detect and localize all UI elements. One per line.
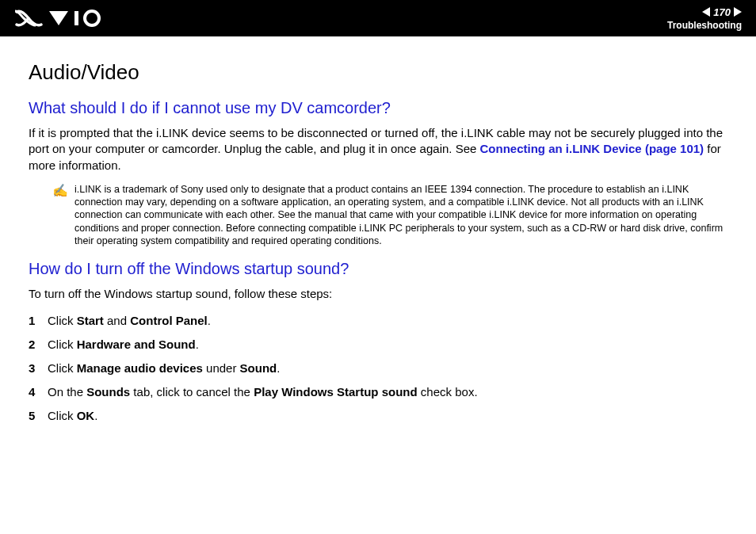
step-item: Click OK. <box>29 406 727 425</box>
steps-list: Click Start and Control Panel.Click Hard… <box>29 311 727 425</box>
question-heading-2: How do I turn off the Windows startup so… <box>29 260 727 278</box>
step-text: Click Manage audio devices under Sound. <box>48 359 280 378</box>
step-text: On the Sounds tab, click to cancel the P… <box>48 383 478 402</box>
step-item: Click Start and Control Panel. <box>29 311 727 330</box>
header-right: 170 Troubleshooting <box>667 6 742 31</box>
prev-page-icon[interactable] <box>702 7 710 17</box>
section-label: Troubleshooting <box>667 20 742 31</box>
answer-intro: To turn off the Windows startup sound, f… <box>29 286 727 302</box>
step-item: Click Hardware and Sound. <box>29 335 727 354</box>
note-text: i.LINK is a trademark of Sony used only … <box>74 183 727 247</box>
page-title: Audio/Video <box>29 60 727 85</box>
note-block: ✍ i.LINK is a trademark of Sony used onl… <box>52 183 727 247</box>
step-text: Click Hardware and Sound. <box>48 335 199 354</box>
cross-reference-link[interactable]: Connecting an i.LINK Device (page 101) <box>480 142 704 155</box>
step-item: Click Manage audio devices under Sound. <box>29 359 727 378</box>
header-bar: 170 Troubleshooting <box>0 0 756 36</box>
note-icon: ✍ <box>52 183 68 247</box>
step-item: On the Sounds tab, click to cancel the P… <box>29 383 727 402</box>
answer-paragraph-1: If it is prompted that the i.LINK device… <box>29 125 727 174</box>
page-nav: 170 <box>702 6 742 18</box>
content-area: Audio/Video What should I do if I cannot… <box>0 36 756 446</box>
step-text: Click OK. <box>48 406 97 425</box>
svg-rect-0 <box>74 11 78 25</box>
next-page-icon[interactable] <box>734 7 742 17</box>
vaio-logo <box>14 10 101 27</box>
question-heading-1: What should I do if I cannot use my DV c… <box>29 99 727 117</box>
page-number: 170 <box>713 6 731 18</box>
svg-point-1 <box>85 11 99 25</box>
step-text: Click Start and Control Panel. <box>48 311 211 330</box>
